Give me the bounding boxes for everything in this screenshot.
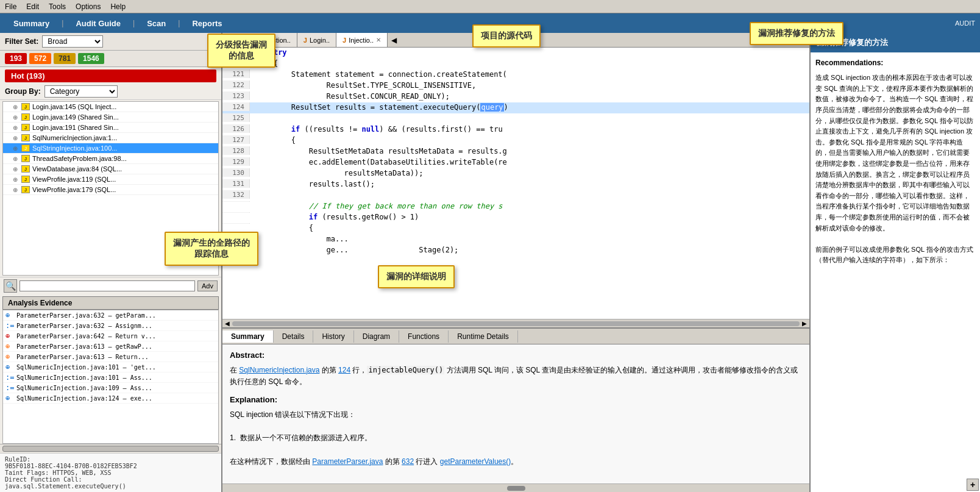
center-panel: J SqlStringInjection.. J Login.. J Injec… (222, 33, 809, 492)
callout-trace-info: 漏洞产生的全路径的跟踪信息 (165, 232, 258, 266)
code-line: 123 ResultSet.CONCUR_READ_ONLY); (222, 91, 809, 102)
evidence-icon: := (5, 373, 14, 382)
hscroll-track[interactable] (232, 321, 800, 326)
evidence-item[interactable]: ⊕ ParameterParser.java:613 – getRawP... (3, 341, 218, 352)
editor-tab-injection[interactable]: J Injectio.. ✕ (336, 33, 388, 47)
callout-fix-method: 漏洞推荐修复的方法 (750, 22, 843, 45)
tab-audit-guide[interactable]: Audit Guide (67, 16, 129, 30)
evidence-item[interactable]: := SqlNumericInjection.java:101 – Ass... (3, 373, 218, 383)
expand-icon: ⊕ (13, 104, 19, 110)
tab-scan[interactable]: Scan (138, 16, 174, 30)
severity-red: 193 (5, 53, 27, 64)
menu-tools[interactable]: Tools (49, 2, 66, 11)
java-file-icon: J (21, 124, 30, 131)
tab-history[interactable]: History (313, 330, 353, 343)
evidence-item[interactable]: := SqlNumericInjection.java:109 – Ass... (3, 383, 218, 393)
code-line: 130 resultsMetaData)); (222, 168, 809, 179)
tree-item[interactable]: ⊕ J Login.java:145 (SQL Inject... (3, 102, 218, 112)
evidence-item[interactable]: ⊕ SqlNumericInjection.java:124 – exe... (3, 393, 218, 404)
right-panel-content: Recommendations: 造成 SQL injection 攻击的根本原… (811, 52, 980, 477)
add-button[interactable]: + (967, 479, 979, 491)
evidence-icon: ⊕ (5, 363, 14, 371)
search-button[interactable]: 🔍 (4, 279, 17, 293)
expand-icon: ⊕ (13, 114, 19, 121)
line-link[interactable]: 124 (338, 366, 350, 374)
tree-item[interactable]: ⊕ J Login.java:191 (Shared Sin... (3, 123, 218, 133)
severity-yellow: 781 (54, 53, 76, 64)
java-file-icon: J (21, 134, 30, 141)
callout-vulnerability-info: 分级报告漏洞的信息 (207, 34, 275, 68)
file-link[interactable]: SqlNumericInjection.java (239, 366, 319, 374)
evidence-item[interactable]: ⊕ ParameterParser.java:613 – Return... (3, 352, 218, 362)
code-line: { (222, 223, 809, 234)
evidence-item[interactable]: := ParameterParser.java:632 – Assignm... (3, 321, 218, 331)
code-line: ma... (222, 234, 809, 245)
java-file-icon: J (21, 103, 30, 110)
tab-functions[interactable]: Functions (399, 330, 449, 343)
code-line: // If they get back more than one row th… (222, 201, 809, 212)
search-input[interactable] (20, 280, 195, 291)
group-label: Group By: (5, 87, 41, 96)
java-file-icon: J (21, 144, 30, 152)
filter-select[interactable]: Broad (42, 35, 103, 48)
advanced-button[interactable]: Adv (197, 280, 218, 291)
scroll-right-icon[interactable]: ▶ (802, 320, 807, 327)
evidence-item[interactable]: ⊕ ParameterParser.java:642 – Return v... (3, 331, 218, 341)
tab-scroll-left[interactable]: ◀ (388, 36, 400, 45)
evidence-icon: ⊕ (5, 352, 14, 361)
close-tab-icon[interactable]: ✕ (376, 37, 381, 43)
java-file-icon: J (21, 165, 30, 173)
bottom-scroll-thumb[interactable] (507, 486, 525, 491)
tab-diagram[interactable]: Diagram (354, 330, 399, 343)
expand-icon: ⊕ (13, 145, 19, 152)
tree-item[interactable]: ⊕ J SqlNumericInjection.java:1... (3, 133, 218, 143)
tab-summary[interactable]: Summary (5, 16, 58, 30)
evidence-icon: := (5, 321, 14, 330)
group-select[interactable]: Category (44, 85, 118, 98)
bottom-hscrollbar[interactable] (222, 483, 809, 492)
method-link[interactable]: getParameterValues() (440, 457, 511, 466)
code-line: 121 Statement statement = connection.cre… (222, 70, 809, 80)
abstract-text: 在 SqlNumericInjection.java 的第 124 行，inje… (230, 365, 802, 388)
severity-row: 193 572 781 1546 (0, 51, 221, 67)
expand-icon: ⊕ (13, 187, 19, 193)
code-line: 120 { (222, 59, 809, 70)
code-line: 125 (222, 113, 809, 124)
evidence-icon: ⊕ (5, 332, 14, 340)
expand-icon: ⊕ (13, 176, 19, 183)
abstract-title: Abstract: (230, 349, 802, 362)
scroll-left-icon[interactable]: ◀ (225, 320, 230, 327)
menu-help[interactable]: Help (110, 2, 126, 11)
tree-item[interactable]: ⊕ J ViewDatabase.java:84 (SQL... (3, 164, 218, 174)
tree-item[interactable]: ⊕ J ViewProfile.java:179 (SQL... (3, 185, 218, 195)
evidence-item[interactable]: ⊕ SqlNumericInjection.java:101 – 'get... (3, 362, 218, 373)
tree-item-selected[interactable]: ⊕ J SqlStringInjection.java:100... (3, 143, 218, 154)
evidence-icon: ⊕ (5, 311, 14, 319)
code-hscrollbar[interactable]: ◀ ▶ (222, 319, 809, 327)
code-area[interactable]: 119 try 120 { 121 Statement statement = … (222, 48, 809, 319)
tab-details[interactable]: Details (274, 330, 314, 343)
severity-orange: 572 (29, 53, 51, 64)
evidence-item[interactable]: ⊕ ParameterParser.java:632 – getParam... (3, 310, 218, 321)
expand-icon: ⊕ (13, 155, 19, 162)
java-file-icon: J (21, 186, 30, 193)
tab-reports[interactable]: Reports (183, 16, 230, 30)
expand-icon: ⊕ (13, 166, 19, 173)
code-line: 129 ec.addElement(DatabaseUtilities.writ… (222, 157, 809, 168)
search-row: 🔍 Adv (0, 277, 221, 294)
rule-info: RuleID: 9B5F0181-88EC-4104-B70B-0182FEB5… (0, 453, 221, 492)
tree-item[interactable]: ⊕ J ThreadSafetyProblem.java:98... (3, 154, 218, 164)
menu-edit[interactable]: Edit (26, 2, 39, 11)
tab-runtime-details[interactable]: Runtime Details (449, 330, 518, 343)
filter-label: Filter Set: (5, 37, 38, 46)
tree-item[interactable]: ⊕ J ViewProfile.java:119 (SQL... (3, 174, 218, 185)
line-link2[interactable]: 632 (402, 457, 414, 466)
java-file-icon: J (21, 176, 30, 183)
menu-file[interactable]: File (5, 2, 16, 11)
editor-tab-login[interactable]: J Login.. (297, 33, 336, 47)
tree-item[interactable]: ⊕ J Login.java:149 (Shared Sin... (3, 112, 218, 123)
file-link2[interactable]: ParameterParser.java (312, 457, 383, 466)
tab-summary-bottom[interactable]: Summary (222, 330, 274, 343)
menu-options[interactable]: Options (76, 2, 101, 11)
bottom-tabs: Summary Details History Diagram Function… (222, 329, 809, 344)
